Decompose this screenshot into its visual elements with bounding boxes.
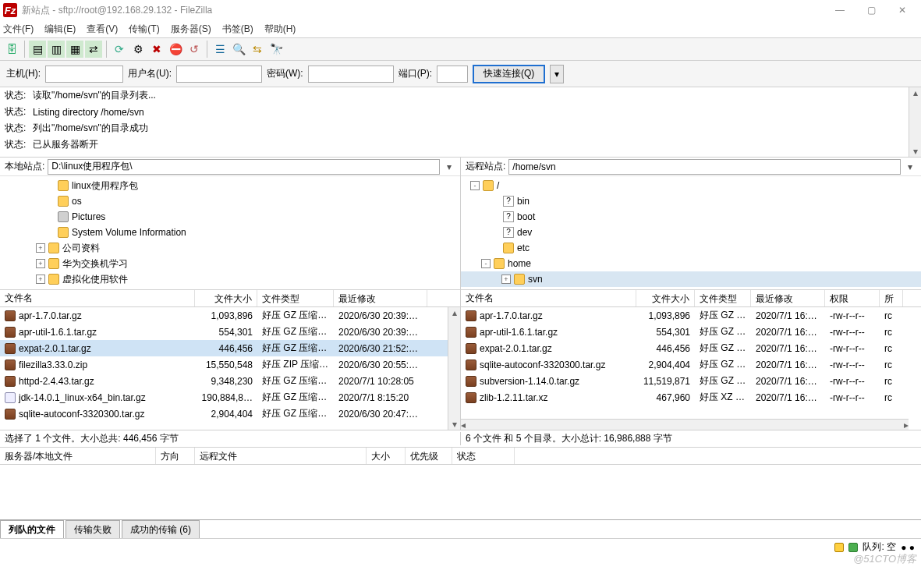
- pass-input[interactable]: [308, 66, 394, 83]
- layout-remote-icon[interactable]: ▦: [66, 41, 83, 58]
- tab-queued[interactable]: 列队的文件: [0, 520, 64, 538]
- tree-item[interactable]: -/: [461, 178, 921, 193]
- col-filetype[interactable]: 文件类型: [695, 290, 751, 306]
- file-row[interactable]: apr-1.7.0.tar.gz1,093,896好压 GZ 压缩…2020/6…: [0, 307, 460, 324]
- tree-item[interactable]: +公司资料: [0, 240, 460, 256]
- tree-expander[interactable]: +: [36, 259, 45, 268]
- tree-item[interactable]: System Volume Information: [0, 225, 460, 240]
- host-input[interactable]: [45, 66, 123, 83]
- menu-transfer[interactable]: 传输(T): [129, 23, 159, 36]
- file-row[interactable]: sqlite-autoconf-3320300.tar.gz2,904,404好…: [0, 406, 460, 422]
- tree-item[interactable]: Pictures: [0, 209, 460, 225]
- tree-expander[interactable]: +: [36, 243, 45, 253]
- quickconnect-button[interactable]: 快速连接(Q): [473, 65, 545, 83]
- file-row[interactable]: expat-2.0.1.tar.gz446,456好压 GZ …2020/7/1…: [461, 340, 921, 356]
- qh-remote[interactable]: 远程文件: [195, 448, 367, 464]
- minimize-button[interactable]: —: [824, 0, 855, 20]
- cancel-icon[interactable]: ✖: [148, 41, 165, 58]
- col-filename[interactable]: 文件名: [0, 290, 195, 306]
- port-input[interactable]: [437, 66, 468, 83]
- remote-files-hscroll[interactable]: ◂▸: [461, 419, 909, 430]
- file-size: 554,301: [195, 327, 257, 338]
- file-row[interactable]: apr-util-1.6.1.tar.gz554,301好压 GZ …2020/…: [461, 324, 921, 340]
- close-button[interactable]: ✕: [887, 0, 918, 20]
- tree-expander[interactable]: +: [501, 275, 511, 284]
- tree-item[interactable]: os: [0, 193, 460, 209]
- tree-item[interactable]: ?boot: [461, 209, 921, 225]
- file-row[interactable]: httpd-2.4.43.tar.gz9,348,230好压 GZ 压缩…202…: [0, 373, 460, 389]
- col-perm[interactable]: 权限: [825, 290, 880, 306]
- file-type: 好压 GZ 压缩…: [257, 391, 334, 404]
- log-message: 读取"/home/svn"的目录列表...: [33, 89, 156, 102]
- quickconnect-dropdown[interactable]: ▾: [550, 65, 564, 83]
- local-status: 选择了 1 个文件。大小总共: 446,456 字节: [0, 432, 461, 445]
- refresh-icon[interactable]: ⟳: [111, 41, 128, 58]
- tree-expander[interactable]: -: [470, 181, 480, 190]
- layout-local-icon[interactable]: ▥: [48, 41, 65, 58]
- log-row: 状态:已从服务器断开: [0, 136, 921, 153]
- qh-priority[interactable]: 优先级: [406, 448, 452, 464]
- file-row[interactable]: subversion-1.14.0.tar.gz11,519,871好压 GZ …: [461, 373, 921, 389]
- archive-icon: [466, 343, 476, 354]
- tree-expander[interactable]: +: [36, 275, 45, 284]
- tab-success[interactable]: 成功的传输 (6): [122, 520, 200, 538]
- file-row[interactable]: sqlite-autoconf-3320300.tar.gz2,904,404好…: [461, 356, 921, 373]
- col-filesize[interactable]: 文件大小: [636, 290, 695, 306]
- file-row[interactable]: expat-2.0.1.tar.gz446,456好压 GZ 压缩…2020/6…: [0, 340, 460, 356]
- user-input[interactable]: [176, 66, 262, 83]
- sitemanager-icon[interactable]: 🗄: [3, 41, 20, 58]
- menu-edit[interactable]: 编辑(E): [44, 23, 76, 36]
- col-filesize[interactable]: 文件大小: [195, 290, 257, 306]
- tree-item[interactable]: -home: [461, 256, 921, 271]
- layout-log-icon[interactable]: ▤: [29, 41, 46, 58]
- menu-view[interactable]: 查看(V): [87, 23, 118, 36]
- file-row[interactable]: apr-1.7.0.tar.gz1,093,896好压 GZ …2020/7/1…: [461, 307, 921, 324]
- local-path-input[interactable]: [48, 159, 440, 175]
- qh-dir[interactable]: 方向: [156, 448, 195, 464]
- file-row[interactable]: apr-util-1.6.1.tar.gz554,301好压 GZ 压缩…202…: [0, 324, 460, 340]
- reconnect-icon[interactable]: ↺: [186, 41, 203, 58]
- col-owner[interactable]: 所: [880, 290, 903, 306]
- file-modified: 2020/7/1 16:…: [751, 327, 825, 338]
- menu-server[interactable]: 服务器(S): [171, 23, 211, 36]
- maximize-button[interactable]: ▢: [855, 0, 887, 20]
- filter-icon[interactable]: ☰: [211, 41, 228, 58]
- tree-item[interactable]: +虚拟化使用软件: [0, 271, 460, 287]
- layout-queue-icon[interactable]: ⇄: [85, 41, 102, 58]
- log-scrollbar[interactable]: ▴▾: [909, 87, 921, 157]
- file-row[interactable]: filezilla3.33.0.zip15,550,548好压 ZIP 压缩…2…: [0, 356, 460, 373]
- process-queue-icon[interactable]: ⚙: [129, 41, 147, 58]
- tree-item[interactable]: etc: [461, 240, 921, 256]
- file-row[interactable]: jdk-14.0.1_linux-x64_bin.tar.gz190,884,8…: [0, 389, 460, 406]
- menu-file[interactable]: 文件(F): [3, 23, 34, 36]
- file-size: 446,456: [195, 343, 257, 354]
- qh-server[interactable]: 服务器/本地文件: [0, 448, 156, 464]
- compare-icon[interactable]: ⇆: [249, 41, 266, 58]
- menu-bookmarks[interactable]: 书签(B): [222, 23, 253, 36]
- tree-item[interactable]: ?dev: [461, 225, 921, 240]
- binoculars-icon[interactable]: 🔭: [267, 41, 285, 58]
- disconnect-icon[interactable]: ⛔: [167, 41, 184, 58]
- tree-item[interactable]: +华为交换机学习: [0, 256, 460, 271]
- file-row[interactable]: zlib-1.2.11.tar.xz467,960好压 XZ …2020/7/1…: [461, 389, 921, 406]
- menu-help[interactable]: 帮助(H): [264, 23, 296, 36]
- col-filetype[interactable]: 文件类型: [257, 290, 334, 306]
- disk-icon: [58, 211, 69, 222]
- qh-size[interactable]: 大小: [367, 448, 406, 464]
- remote-path-input[interactable]: [508, 159, 901, 175]
- file-owner: rc: [880, 376, 903, 387]
- col-modified[interactable]: 最近修改: [751, 290, 825, 306]
- tab-failed[interactable]: 传输失败: [66, 520, 120, 538]
- local-files-scrollbar[interactable]: ▴▾: [448, 307, 460, 430]
- col-modified[interactable]: 最近修改: [334, 290, 427, 306]
- tree-item[interactable]: +svn: [461, 271, 921, 287]
- search-icon[interactable]: 🔍: [230, 41, 247, 58]
- tree-item[interactable]: ?bin: [461, 193, 921, 209]
- tree-item[interactable]: linux使用程序包: [0, 178, 460, 193]
- remote-path-dropdown[interactable]: ▾: [904, 161, 916, 172]
- local-path-dropdown[interactable]: ▾: [443, 161, 455, 172]
- tree-expander[interactable]: -: [481, 259, 491, 268]
- col-filename[interactable]: 文件名: [461, 290, 636, 306]
- archive-icon: [466, 310, 476, 321]
- qh-status[interactable]: 状态: [452, 448, 515, 464]
